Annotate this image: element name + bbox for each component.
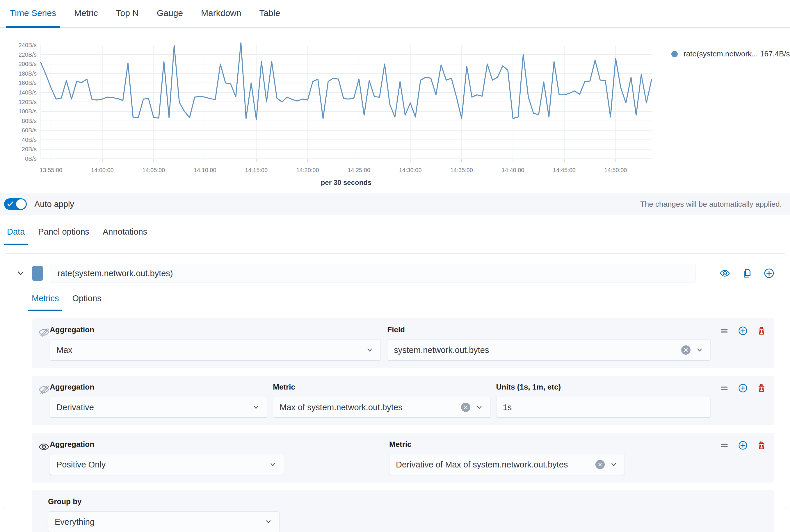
- series-actions: [708, 268, 775, 279]
- series-name-input[interactable]: [50, 264, 696, 283]
- delete-metric-icon[interactable]: [756, 326, 767, 336]
- auto-apply-note: The changes will be automatically applie…: [640, 200, 782, 209]
- auto-apply-label: Auto apply: [34, 200, 74, 209]
- tab-markdown[interactable]: Markdown: [197, 8, 245, 28]
- tab-time-series[interactable]: Time Series: [6, 8, 60, 28]
- svg-text:14:35:00: 14:35:00: [450, 167, 473, 173]
- add-metric-icon[interactable]: [738, 440, 748, 450]
- viz-type-tabbar: Time Series Metric Top N Gauge Markdown …: [0, 0, 790, 28]
- eye-closed-icon: [38, 384, 50, 395]
- svg-text:20B/s: 20B/s: [22, 146, 37, 152]
- drag-handle-icon[interactable]: [719, 326, 729, 336]
- svg-text:80B/s: 80B/s: [22, 118, 37, 124]
- group-by-label: Group by: [48, 497, 279, 506]
- svg-text:160B/s: 160B/s: [19, 80, 37, 86]
- tab-table[interactable]: Table: [255, 8, 284, 28]
- series-panel: Metrics Options Aggregation Max Field: [3, 253, 787, 509]
- aggregation-label: Aggregation: [50, 440, 284, 449]
- drag-handle-icon[interactable]: [719, 440, 729, 450]
- units-label: Units (1s, 1m, etc): [496, 383, 711, 392]
- tab-data[interactable]: Data: [4, 227, 27, 245]
- metric-label: Metric: [273, 383, 490, 392]
- eye-icon[interactable]: [719, 268, 730, 279]
- timeseries-chart-area: 0B/s20B/s40B/s60B/s80B/s100B/s120B/s140B…: [0, 28, 790, 193]
- row-actions: [711, 440, 767, 450]
- series-color-swatch[interactable]: [32, 266, 43, 281]
- aggregation-field-group: Aggregation Positive Only: [50, 440, 284, 475]
- svg-text:14:05:00: 14:05:00: [142, 167, 165, 173]
- chevron-down-icon: [252, 403, 260, 412]
- svg-text:14:50:00: 14:50:00: [604, 167, 627, 173]
- units-input-wrap: [496, 397, 711, 418]
- aggregation-select[interactable]: Max: [50, 340, 381, 360]
- svg-text:14:25:00: 14:25:00: [348, 167, 370, 173]
- chevron-down-icon: [695, 346, 704, 354]
- field-combobox[interactable]: system.network.out.bytes: [387, 340, 711, 360]
- chevron-down-icon[interactable]: [15, 268, 26, 279]
- group-by-row: Group by Everything: [32, 490, 774, 532]
- svg-text:240B/s: 240B/s: [19, 42, 37, 48]
- auto-apply-toggle[interactable]: [4, 198, 27, 210]
- row-actions: [711, 383, 767, 393]
- tab-gauge[interactable]: Gauge: [153, 8, 187, 28]
- metric-combobox[interactable]: Max of system.network.out.bytes: [273, 397, 490, 418]
- metric-field-group: Metric Max of system.network.out.bytes: [273, 383, 490, 418]
- svg-text:14:00:00: 14:00:00: [91, 167, 114, 173]
- tab-options[interactable]: Options: [69, 293, 105, 311]
- aggregation-field-group: Aggregation Derivative: [50, 383, 267, 418]
- metric-field-group: Metric Derivative of Max of system.netwo…: [389, 440, 625, 475]
- legend-series-value: 167.4B/s: [760, 50, 790, 58]
- chevron-down-icon: [264, 517, 273, 526]
- units-field-group: Units (1s, 1m, etc): [496, 383, 711, 418]
- chevron-down-icon: [475, 403, 484, 412]
- legend-series-name: rate(system.network... 167.4B/s: [683, 50, 790, 58]
- tab-annotations[interactable]: Annotations: [100, 227, 150, 245]
- svg-text:60B/s: 60B/s: [22, 127, 37, 133]
- chevron-down-icon: [609, 460, 618, 469]
- svg-text:14:45:00: 14:45:00: [553, 167, 576, 173]
- svg-text:14:30:00: 14:30:00: [399, 167, 422, 173]
- aggregation-label: Aggregation: [50, 383, 267, 392]
- add-series-icon[interactable]: [764, 268, 775, 279]
- svg-text:13:55:00: 13:55:00: [40, 167, 62, 173]
- svg-text:per 30 seconds: per 30 seconds: [321, 178, 372, 186]
- aggregation-select[interactable]: Derivative: [50, 397, 267, 418]
- chevron-down-icon: [269, 460, 277, 469]
- svg-text:140B/s: 140B/s: [19, 89, 37, 96]
- metric-rows: Aggregation Max Field system.network.out…: [11, 318, 779, 532]
- delete-metric-icon[interactable]: [756, 383, 767, 393]
- svg-text:14:10:00: 14:10:00: [194, 167, 216, 173]
- svg-text:0B/s: 0B/s: [25, 155, 37, 162]
- series-header: [15, 264, 779, 283]
- svg-text:200B/s: 200B/s: [19, 61, 37, 67]
- clone-icon[interactable]: [741, 268, 752, 279]
- tab-top-n[interactable]: Top N: [112, 8, 143, 28]
- add-metric-icon[interactable]: [738, 326, 748, 336]
- aggregation-field-group: Aggregation Max: [50, 325, 381, 360]
- tab-panel-options[interactable]: Panel options: [35, 227, 92, 245]
- aggregation-select[interactable]: Positive Only: [50, 454, 284, 475]
- metric-combobox[interactable]: Derivative of Max of system.network.out.…: [389, 454, 625, 475]
- clear-selection-icon[interactable]: [595, 460, 605, 469]
- clear-selection-icon[interactable]: [461, 403, 470, 412]
- metric-label: Metric: [389, 440, 625, 449]
- units-input[interactable]: [503, 403, 704, 412]
- svg-text:220B/s: 220B/s: [19, 52, 37, 58]
- aggregation-row-max: Aggregation Max Field system.network.out…: [32, 318, 774, 368]
- svg-text:14:40:00: 14:40:00: [502, 167, 525, 173]
- tab-metrics[interactable]: Metrics: [28, 293, 62, 311]
- chevron-down-icon: [365, 346, 374, 354]
- eye-closed-icon: [38, 326, 50, 338]
- delete-metric-icon[interactable]: [756, 440, 767, 450]
- aggregation-row-positive-only: Aggregation Positive Only Metric Derivat…: [32, 433, 774, 482]
- group-by-select[interactable]: Everything: [48, 511, 279, 532]
- metric-tabbar: Metrics Options: [28, 286, 779, 311]
- legend-series-dot: [671, 51, 678, 57]
- clear-selection-icon[interactable]: [681, 345, 691, 355]
- add-metric-icon[interactable]: [738, 383, 748, 393]
- check-icon: [7, 202, 13, 207]
- group-by-field-group: Group by Everything: [48, 497, 279, 532]
- chart-legend[interactable]: rate(system.network... 167.4B/s: [671, 50, 790, 58]
- tab-metric[interactable]: Metric: [70, 8, 102, 28]
- drag-handle-icon[interactable]: [719, 383, 729, 393]
